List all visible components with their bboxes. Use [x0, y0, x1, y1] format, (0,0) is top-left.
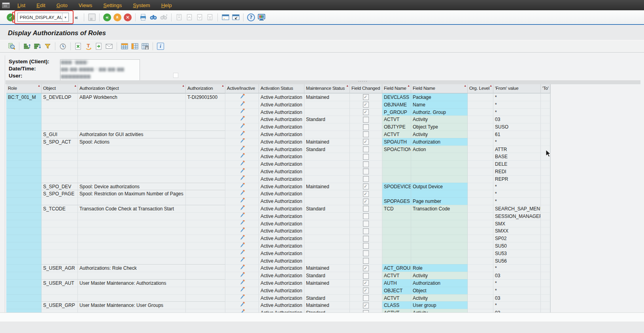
active-inactive-cell[interactable] — [225, 131, 259, 138]
exit-icon[interactable]: « — [113, 13, 122, 22]
grid-view-icon[interactable] — [120, 42, 129, 51]
field-changed-cell[interactable] — [350, 212, 382, 220]
details-icon[interactable] — [7, 42, 16, 51]
column-header-maintenance-status[interactable]: Maintenance Status▲ — [304, 84, 350, 93]
active-inactive-cell[interactable] — [225, 242, 259, 250]
system-menu-icon[interactable] — [0, 2, 12, 8]
field-changed-cell[interactable] — [350, 101, 382, 108]
column-header--to-[interactable]: 'To' — [541, 84, 550, 93]
column-header-field-changed[interactable]: Field Changed — [350, 84, 382, 93]
field-changed-cell[interactable] — [350, 131, 382, 138]
active-inactive-cell[interactable] — [225, 235, 259, 242]
column-header-authorization[interactable]: Authorization▲ — [186, 84, 225, 93]
active-inactive-cell[interactable] — [225, 197, 259, 205]
column-header--from-value[interactable]: 'From' value — [493, 84, 541, 93]
pencil-change-icon[interactable] — [239, 257, 245, 265]
pencil-change-icon[interactable] — [239, 294, 245, 302]
field-changed-cell[interactable] — [350, 250, 382, 257]
field-changed-cell[interactable] — [350, 168, 382, 175]
active-inactive-cell[interactable] — [225, 264, 259, 272]
field-changed-checkbox[interactable] — [363, 176, 369, 182]
active-inactive-cell[interactable] — [225, 108, 259, 116]
field-changed-cell[interactable] — [350, 115, 382, 123]
menu-item-settings[interactable]: Settings — [98, 2, 127, 8]
field-changed-cell[interactable] — [350, 205, 382, 212]
field-changed-cell[interactable] — [350, 93, 382, 101]
active-inactive-cell[interactable] — [225, 287, 259, 294]
pencil-change-icon[interactable] — [239, 279, 245, 287]
active-inactive-cell[interactable] — [225, 175, 259, 183]
field-changed-cell[interactable] — [350, 197, 382, 205]
field-changed-checkbox[interactable] — [363, 258, 369, 264]
field-changed-checkbox[interactable] — [363, 273, 369, 279]
collapse-icon[interactable]: « — [72, 13, 81, 22]
field-changed-checkbox[interactable] — [363, 102, 369, 108]
field-changed-cell[interactable] — [350, 175, 382, 183]
field-changed-cell[interactable] — [350, 272, 382, 279]
column-header-activation-status[interactable]: Activation Status — [259, 84, 304, 93]
mail-icon[interactable] — [104, 42, 114, 51]
pencil-change-icon[interactable] — [239, 153, 245, 160]
field-changed-checkbox[interactable] — [363, 303, 369, 308]
page-up-icon[interactable] — [185, 13, 194, 22]
word-icon[interactable]: T — [84, 42, 93, 51]
pencil-change-icon[interactable] — [239, 264, 245, 272]
active-inactive-cell[interactable] — [225, 301, 259, 309]
field-changed-cell[interactable] — [350, 294, 382, 302]
menu-item-system[interactable]: System — [127, 2, 155, 8]
active-inactive-cell[interactable] — [225, 227, 259, 235]
pencil-change-icon[interactable] — [239, 190, 245, 197]
field-changed-checkbox[interactable] — [363, 288, 369, 293]
field-changed-checkbox[interactable] — [363, 236, 369, 242]
filter-icon[interactable] — [43, 42, 52, 51]
active-inactive-cell[interactable] — [225, 160, 259, 168]
pencil-change-icon[interactable] — [239, 287, 245, 294]
pencil-change-icon[interactable] — [239, 138, 245, 146]
field-changed-checkbox[interactable] — [363, 131, 369, 137]
field-changed-cell[interactable] — [350, 287, 382, 294]
field-changed-cell[interactable] — [350, 153, 382, 160]
cancel-icon[interactable]: ✕ — [123, 13, 132, 22]
active-inactive-cell[interactable] — [225, 257, 259, 265]
active-inactive-cell[interactable] — [225, 220, 259, 227]
page-down-icon[interactable] — [195, 13, 204, 22]
menu-item-list[interactable]: List — [12, 2, 31, 8]
active-inactive-cell[interactable] — [225, 123, 259, 131]
pencil-change-icon[interactable] — [239, 183, 245, 190]
active-inactive-cell[interactable] — [225, 93, 259, 101]
pencil-change-icon[interactable] — [239, 168, 245, 175]
field-changed-checkbox[interactable] — [363, 191, 369, 197]
print-icon[interactable] — [138, 13, 148, 22]
column-header-object[interactable]: Object▲ — [42, 84, 78, 93]
last-page-icon[interactable] — [205, 13, 215, 22]
column-header-active-inactive[interactable]: Active/Inactive — [225, 84, 259, 93]
new-session-icon[interactable] — [221, 13, 230, 22]
field-changed-checkbox[interactable] — [363, 146, 369, 152]
active-inactive-cell[interactable] — [225, 205, 259, 212]
save-icon[interactable] — [87, 13, 96, 22]
pencil-change-icon[interactable] — [239, 272, 245, 279]
first-page-icon[interactable] — [174, 13, 184, 22]
help-icon[interactable]: ? — [246, 13, 256, 22]
field-changed-cell[interactable] — [350, 235, 382, 242]
enter-icon[interactable]: ✓ — [6, 13, 15, 22]
active-inactive-cell[interactable] — [225, 138, 259, 146]
field-changed-checkbox[interactable] — [363, 228, 369, 234]
field-changed-checkbox[interactable] — [363, 199, 369, 204]
info-icon[interactable]: i — [156, 42, 165, 51]
find-icon[interactable] — [149, 13, 158, 22]
pencil-change-icon[interactable] — [239, 242, 245, 250]
pencil-change-icon[interactable] — [239, 205, 245, 212]
field-changed-checkbox[interactable] — [363, 221, 369, 227]
pencil-change-icon[interactable] — [239, 175, 245, 183]
field-changed-checkbox[interactable] — [363, 250, 369, 256]
field-changed-cell[interactable] — [350, 183, 382, 190]
field-changed-checkbox[interactable] — [363, 139, 369, 145]
column-header-field-name[interactable]: Field Name▲ — [382, 84, 411, 93]
active-inactive-cell[interactable] — [225, 153, 259, 160]
shortcut-icon[interactable] — [231, 13, 240, 22]
field-changed-cell[interactable] — [350, 227, 382, 235]
field-changed-checkbox[interactable] — [363, 168, 369, 174]
field-changed-checkbox[interactable] — [363, 213, 369, 219]
pencil-change-icon[interactable] — [239, 197, 245, 205]
